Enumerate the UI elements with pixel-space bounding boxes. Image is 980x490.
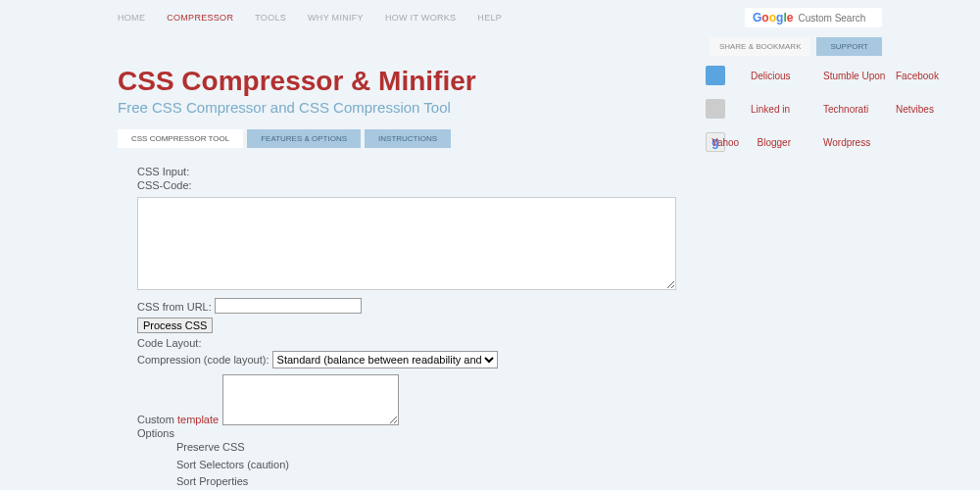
nav-tools[interactable]: TOOLS bbox=[255, 13, 286, 23]
page-subtitle: Free CSS Compressor and CSS Compression … bbox=[118, 99, 676, 116]
tab-instructions[interactable]: INSTRUCTIONS bbox=[365, 129, 451, 148]
link-stumble[interactable]: Stumble Upon bbox=[823, 71, 892, 81]
nav-compressor[interactable]: COMPRESSOR bbox=[167, 13, 233, 23]
opt-preserve[interactable]: Preserve CSS bbox=[176, 439, 676, 457]
css-code-textarea[interactable] bbox=[137, 197, 676, 290]
link-netvibes[interactable]: Netvibes bbox=[896, 104, 964, 115]
compression-label: Compression (code layout): bbox=[137, 354, 270, 366]
opt-sort-properties[interactable]: Sort Properties bbox=[176, 473, 676, 490]
css-url-label: CSS from URL: bbox=[137, 301, 212, 313]
nav-help[interactable]: HELP bbox=[477, 13, 502, 23]
link-delicious[interactable]: Delicious bbox=[751, 71, 819, 81]
code-layout-label: Code Layout: bbox=[137, 337, 676, 349]
search-box[interactable]: Google bbox=[745, 8, 882, 27]
google-logo-icon: Google bbox=[753, 11, 793, 24]
options-heading: Options bbox=[137, 427, 676, 439]
compression-select[interactable]: Standard (balance between readability an… bbox=[272, 351, 498, 368]
custom-template-textarea[interactable] bbox=[222, 374, 399, 425]
css-code-label: CSS-Code: bbox=[137, 179, 676, 191]
tab-compressor-tool[interactable]: CSS COMPRESSOR TOOL bbox=[118, 129, 243, 148]
custom-label: Custom bbox=[137, 414, 177, 425]
nav-home[interactable]: HOME bbox=[118, 13, 145, 23]
link-blogger[interactable]: Blogger bbox=[758, 137, 791, 148]
nav-how[interactable]: HOW IT WORKS bbox=[385, 13, 456, 23]
delicious-icon bbox=[706, 66, 725, 85]
tab-features-options[interactable]: FEATURES & OPTIONS bbox=[247, 129, 361, 148]
opt-sort-selectors[interactable]: Sort Selectors (caution) bbox=[176, 457, 676, 474]
css-url-input[interactable] bbox=[215, 298, 362, 314]
link-wordpress[interactable]: Wordpress bbox=[823, 137, 892, 148]
support-button[interactable]: SUPPORT bbox=[816, 37, 882, 56]
main-nav: HOME COMPRESSOR TOOLS WHY MINIFY HOW IT … bbox=[118, 13, 502, 23]
page-title: CSS Compressor & Minifier bbox=[118, 66, 676, 97]
link-linkedin[interactable]: Linked in bbox=[751, 104, 819, 115]
link-facebook[interactable]: Facebook bbox=[896, 71, 964, 81]
search-input[interactable] bbox=[798, 13, 866, 24]
tabs: CSS COMPRESSOR TOOL FEATURES & OPTIONS I… bbox=[118, 129, 676, 148]
link-technorati[interactable]: Technorati bbox=[823, 104, 892, 115]
share-bookmark-button[interactable]: SHARE & BOOKMARK bbox=[710, 37, 811, 56]
nav-why[interactable]: WHY MINIFY bbox=[308, 13, 364, 23]
css-input-label: CSS Input: bbox=[137, 166, 676, 177]
social-links: Delicious Stumble Upon Facebook Linked i… bbox=[706, 66, 921, 152]
process-button[interactable]: Process CSS bbox=[137, 318, 213, 333]
template-link[interactable]: template bbox=[177, 414, 219, 425]
link-yahoo[interactable]: Yahoo bbox=[711, 137, 739, 148]
linkedin-icon bbox=[706, 99, 725, 119]
